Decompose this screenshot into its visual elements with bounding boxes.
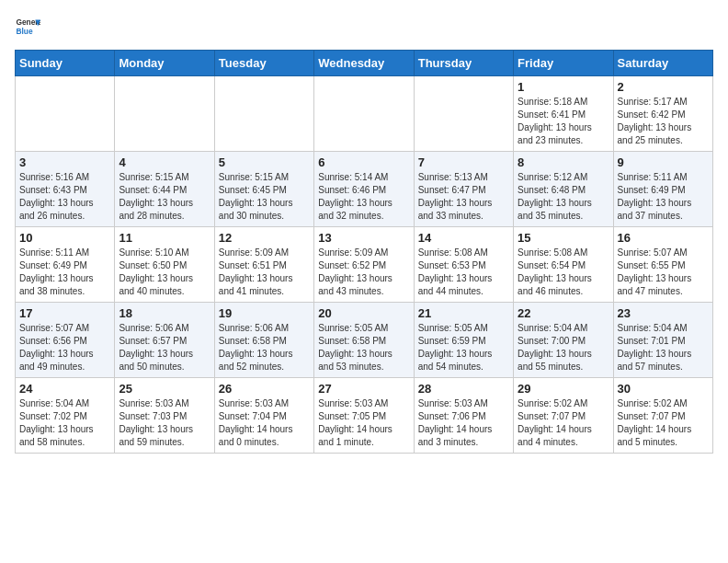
day-number: 7 [418,155,509,169]
day-cell: 27Sunrise: 5:03 AMSunset: 7:05 PMDayligh… [314,378,414,454]
day-number: 6 [318,155,409,169]
day-number: 19 [219,306,310,320]
day-info: Sunrise: 5:15 AMSunset: 6:44 PMDaylight:… [119,171,210,223]
day-cell: 25Sunrise: 5:03 AMSunset: 7:03 PMDayligh… [115,378,214,454]
day-cell: 14Sunrise: 5:08 AMSunset: 6:53 PMDayligh… [414,227,513,303]
day-number: 9 [618,155,709,169]
day-info: Sunrise: 5:03 AMSunset: 7:05 PMDaylight:… [318,397,409,449]
day-cell: 30Sunrise: 5:02 AMSunset: 7:07 PMDayligh… [613,378,712,454]
day-info: Sunrise: 5:05 AMSunset: 6:58 PMDaylight:… [318,322,409,373]
day-info: Sunrise: 5:14 AMSunset: 6:46 PMDaylight:… [318,171,409,223]
day-info: Sunrise: 5:02 AMSunset: 7:07 PMDaylight:… [518,397,609,449]
day-info: Sunrise: 5:06 AMSunset: 6:57 PMDaylight:… [119,322,210,373]
day-cell [16,76,115,152]
day-info: Sunrise: 5:15 AMSunset: 6:45 PMDaylight:… [219,171,310,223]
day-cell: 28Sunrise: 5:03 AMSunset: 7:06 PMDayligh… [414,378,513,454]
column-header-sunday: Sunday [16,51,115,76]
day-cell [214,76,313,152]
day-info: Sunrise: 5:05 AMSunset: 6:59 PMDaylight:… [418,322,509,373]
week-row-2: 3Sunrise: 5:16 AMSunset: 6:43 PMDaylight… [16,152,713,227]
day-info: Sunrise: 5:03 AMSunset: 7:03 PMDaylight:… [119,397,210,449]
day-number: 25 [119,382,210,396]
day-cell: 15Sunrise: 5:08 AMSunset: 6:54 PMDayligh… [514,227,613,303]
day-number: 30 [618,382,709,396]
day-cell: 10Sunrise: 5:11 AMSunset: 6:49 PMDayligh… [16,227,115,303]
page-header: General Blue [15,15,713,40]
day-cell: 3Sunrise: 5:16 AMSunset: 6:43 PMDaylight… [16,152,115,227]
day-cell: 5Sunrise: 5:15 AMSunset: 6:45 PMDaylight… [214,152,313,227]
day-cell: 23Sunrise: 5:04 AMSunset: 7:01 PMDayligh… [613,303,712,378]
day-info: Sunrise: 5:08 AMSunset: 6:53 PMDaylight:… [418,247,509,298]
column-header-thursday: Thursday [414,51,513,76]
week-row-3: 10Sunrise: 5:11 AMSunset: 6:49 PMDayligh… [16,227,713,303]
day-cell: 26Sunrise: 5:03 AMSunset: 7:04 PMDayligh… [214,378,313,454]
day-number: 11 [119,231,210,245]
day-number: 3 [19,155,110,169]
day-cell: 11Sunrise: 5:10 AMSunset: 6:50 PMDayligh… [115,227,214,303]
week-row-5: 24Sunrise: 5:04 AMSunset: 7:02 PMDayligh… [16,378,713,454]
day-number: 1 [518,80,609,94]
day-number: 5 [219,155,310,169]
logo: General Blue [15,15,40,40]
day-cell: 18Sunrise: 5:06 AMSunset: 6:57 PMDayligh… [115,303,214,378]
day-cell [115,76,214,152]
logo-icon: General Blue [15,15,40,40]
day-number: 29 [518,382,609,396]
day-info: Sunrise: 5:04 AMSunset: 7:01 PMDaylight:… [618,322,709,373]
day-cell: 16Sunrise: 5:07 AMSunset: 6:55 PMDayligh… [613,227,712,303]
day-cell: 13Sunrise: 5:09 AMSunset: 6:52 PMDayligh… [314,227,414,303]
day-number: 27 [318,382,409,396]
day-cell: 1Sunrise: 5:18 AMSunset: 6:41 PMDaylight… [514,76,613,152]
day-info: Sunrise: 5:04 AMSunset: 7:02 PMDaylight:… [19,397,110,449]
day-cell: 29Sunrise: 5:02 AMSunset: 7:07 PMDayligh… [514,378,613,454]
day-number: 13 [318,231,409,245]
day-number: 12 [219,231,310,245]
day-cell: 7Sunrise: 5:13 AMSunset: 6:47 PMDaylight… [414,152,513,227]
day-info: Sunrise: 5:06 AMSunset: 6:58 PMDaylight:… [219,322,310,373]
day-cell: 4Sunrise: 5:15 AMSunset: 6:44 PMDaylight… [115,152,214,227]
day-number: 16 [618,231,709,245]
day-number: 4 [119,155,210,169]
column-header-saturday: Saturday [613,51,712,76]
day-cell: 20Sunrise: 5:05 AMSunset: 6:58 PMDayligh… [314,303,414,378]
day-cell: 9Sunrise: 5:11 AMSunset: 6:49 PMDaylight… [613,152,712,227]
column-header-friday: Friday [514,51,613,76]
day-info: Sunrise: 5:10 AMSunset: 6:50 PMDaylight:… [119,247,210,298]
day-cell: 6Sunrise: 5:14 AMSunset: 6:46 PMDaylight… [314,152,414,227]
day-info: Sunrise: 5:02 AMSunset: 7:07 PMDaylight:… [618,397,709,449]
day-number: 14 [418,231,509,245]
day-info: Sunrise: 5:07 AMSunset: 6:56 PMDaylight:… [19,322,110,373]
day-cell: 21Sunrise: 5:05 AMSunset: 6:59 PMDayligh… [414,303,513,378]
week-row-4: 17Sunrise: 5:07 AMSunset: 6:56 PMDayligh… [16,303,713,378]
day-info: Sunrise: 5:08 AMSunset: 6:54 PMDaylight:… [518,247,609,298]
column-header-monday: Monday [115,51,214,76]
calendar-header-row: SundayMondayTuesdayWednesdayThursdayFrid… [16,51,713,76]
day-cell: 2Sunrise: 5:17 AMSunset: 6:42 PMDaylight… [613,76,712,152]
day-info: Sunrise: 5:03 AMSunset: 7:06 PMDaylight:… [418,397,509,449]
day-cell: 12Sunrise: 5:09 AMSunset: 6:51 PMDayligh… [214,227,313,303]
day-number: 18 [119,306,210,320]
week-row-1: 1Sunrise: 5:18 AMSunset: 6:41 PMDaylight… [16,76,713,152]
day-number: 10 [19,231,110,245]
day-number: 26 [219,382,310,396]
calendar: SundayMondayTuesdayWednesdayThursdayFrid… [15,50,713,454]
day-number: 23 [618,306,709,320]
day-info: Sunrise: 5:16 AMSunset: 6:43 PMDaylight:… [19,171,110,223]
day-info: Sunrise: 5:03 AMSunset: 7:04 PMDaylight:… [219,397,310,449]
day-info: Sunrise: 5:09 AMSunset: 6:52 PMDaylight:… [318,247,409,298]
day-info: Sunrise: 5:18 AMSunset: 6:41 PMDaylight:… [518,96,609,147]
day-number: 21 [418,306,509,320]
day-number: 15 [518,231,609,245]
day-number: 2 [618,80,709,94]
column-header-wednesday: Wednesday [314,51,414,76]
day-info: Sunrise: 5:17 AMSunset: 6:42 PMDaylight:… [618,96,709,147]
day-cell: 17Sunrise: 5:07 AMSunset: 6:56 PMDayligh… [16,303,115,378]
column-header-tuesday: Tuesday [214,51,313,76]
day-info: Sunrise: 5:11 AMSunset: 6:49 PMDaylight:… [618,171,709,223]
day-info: Sunrise: 5:07 AMSunset: 6:55 PMDaylight:… [618,247,709,298]
day-cell: 8Sunrise: 5:12 AMSunset: 6:48 PMDaylight… [514,152,613,227]
day-number: 22 [518,306,609,320]
day-number: 17 [19,306,110,320]
day-cell [414,76,513,152]
day-info: Sunrise: 5:13 AMSunset: 6:47 PMDaylight:… [418,171,509,223]
